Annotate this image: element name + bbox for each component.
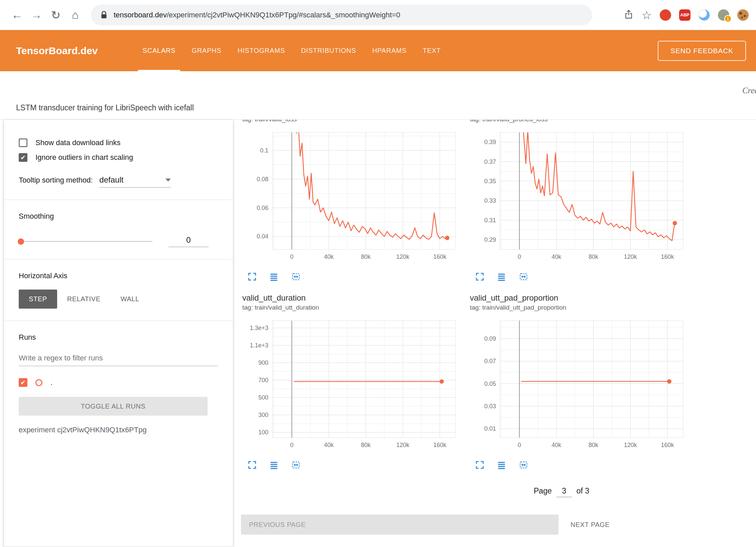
svg-text:0.05: 0.05 [484, 380, 496, 387]
url-path: /experiment/cj2vtPiwQHKN9Q1tx6PTpg/#scal… [167, 11, 400, 19]
fullscreen-button[interactable] [248, 272, 257, 282]
fullscreen-button[interactable] [475, 272, 484, 282]
svg-text:120k: 120k [624, 253, 637, 260]
ignore-outliers-checkbox[interactable] [19, 153, 27, 162]
view-runs-button[interactable] [497, 460, 506, 470]
tab-graphs[interactable]: GRAPHS [183, 30, 229, 71]
tooltip-sorting-select[interactable]: default [99, 175, 171, 188]
url-bar[interactable]: tensorboard.dev/experiment/cj2vtPiwQHKN9… [91, 5, 592, 25]
abp-extension-icon[interactable]: ABP [679, 9, 690, 21]
next-page-button[interactable]: NEXT PAGE [571, 521, 610, 529]
fullscreen-icon [248, 272, 257, 282]
nav-tabs: SCALARS GRAPHS HISTOGRAMS DISTRIBUTIONS … [135, 30, 449, 71]
settings-sidebar: Show data download links Ignore outliers… [4, 120, 233, 547]
chart-actions [248, 458, 463, 473]
toggle-all-runs-button[interactable]: TOGGLE ALL RUNS [19, 397, 208, 416]
svg-text:900: 900 [258, 359, 268, 366]
show-download-links-checkbox[interactable] [19, 138, 27, 147]
smoothing-slider-thumb[interactable] [18, 238, 24, 245]
browser-chrome: ← → ↻ ⌂ tensorboard.dev/experiment/cj2vt… [0, 0, 756, 30]
notification-badge: 1 [724, 15, 732, 22]
fit-domain-button[interactable] [519, 460, 528, 470]
svg-text:0.35: 0.35 [484, 178, 496, 185]
adblock-extension-icon[interactable] [660, 9, 671, 21]
chart-plot[interactable]: 040k80k120k160k1003005007009001.1e+31.3e… [242, 312, 463, 458]
url-host: tensorboard.dev [114, 11, 167, 19]
chart-card: valid_pruned_loss tag: train/valid_prune… [470, 120, 690, 285]
page-number-input[interactable] [556, 486, 572, 497]
svg-text:100: 100 [258, 429, 268, 436]
lines-icon [497, 272, 506, 282]
page-label: Page [534, 486, 552, 496]
svg-text:0.08: 0.08 [257, 176, 268, 183]
svg-text:0.1: 0.1 [260, 147, 268, 154]
previous-page-button[interactable]: PREVIOUS PAGE [241, 515, 558, 535]
view-runs-button[interactable] [269, 272, 278, 282]
chart-plot[interactable]: 040k80k120k160k0.010.030.050.070.09 [470, 312, 690, 458]
svg-text:0: 0 [518, 442, 521, 448]
app-logo: TensorBoard.dev [0, 45, 98, 57]
svg-text:0.07: 0.07 [484, 358, 496, 364]
run-row: . [19, 378, 218, 387]
smoothing-value-input[interactable] [168, 235, 209, 247]
page-of-label: of 3 [577, 486, 589, 496]
svg-text:700: 700 [258, 377, 268, 384]
tab-text[interactable]: TEXT [415, 30, 449, 71]
svg-text:0: 0 [290, 253, 293, 260]
send-feedback-button[interactable]: SEND FEEDBACK [658, 41, 746, 61]
svg-text:300: 300 [258, 412, 268, 418]
fullscreen-button[interactable] [475, 460, 484, 470]
svg-text:120k: 120k [396, 442, 410, 448]
tab-distributions[interactable]: DISTRIBUTIONS [293, 30, 364, 71]
svg-text:1.1e+3: 1.1e+3 [250, 342, 268, 349]
view-runs-button[interactable] [269, 460, 278, 470]
runs-filter-input[interactable] [19, 350, 218, 366]
svg-text:120k: 120k [396, 253, 410, 260]
cookie-extension-icon[interactable] [737, 9, 749, 21]
fit-domain-icon [519, 460, 528, 470]
bookmark-star-icon[interactable]: ☆ [642, 8, 652, 22]
fullscreen-icon [248, 460, 257, 470]
tab-hparams[interactable]: HPARAMS [364, 30, 415, 71]
run-checkbox[interactable] [19, 378, 27, 387]
svg-text:0.06: 0.06 [257, 205, 268, 211]
axis-relative-button[interactable]: RELATIVE [57, 290, 111, 309]
experiment-subheader: Crea LSTM transducer training for LibriS… [0, 71, 756, 120]
chevron-down-icon [165, 179, 171, 182]
fullscreen-icon [475, 460, 484, 470]
fit-domain-button[interactable] [519, 272, 528, 282]
svg-text:160k: 160k [661, 253, 674, 260]
svg-text:160k: 160k [661, 442, 674, 448]
divider [4, 259, 233, 259]
svg-text:120k: 120k [624, 442, 637, 448]
reload-icon[interactable]: ↻ [46, 5, 66, 25]
svg-text:0.04: 0.04 [257, 233, 268, 240]
tab-scalars[interactable]: SCALARS [135, 30, 184, 71]
forward-icon[interactable]: → [27, 5, 46, 25]
blue-extension-icon[interactable] [699, 9, 710, 21]
experiment-title: LSTM transducer training for LibriSpeech… [16, 103, 194, 112]
pager-buttons: PREVIOUS PAGE NEXT PAGE [241, 515, 756, 535]
home-icon[interactable]: ⌂ [66, 5, 85, 25]
svg-text:40k: 40k [551, 442, 561, 448]
pagination: Page of 3 [534, 486, 756, 497]
back-icon[interactable]: ← [7, 5, 27, 25]
svg-text:160k: 160k [433, 253, 447, 260]
show-download-links-label: Show data download links [35, 138, 120, 147]
tooltip-sorting-label: Tooltip sorting method: [19, 176, 93, 185]
fullscreen-button[interactable] [248, 460, 257, 470]
fit-domain-button[interactable] [291, 460, 301, 470]
run-color-swatch-icon [35, 379, 42, 386]
axis-step-button[interactable]: STEP [19, 290, 57, 309]
share-icon[interactable] [624, 9, 634, 21]
notification-extension-icon[interactable]: 1 [718, 9, 729, 21]
chart-title: valid_utt_duration [242, 293, 463, 303]
fit-domain-button[interactable] [291, 272, 301, 282]
smoothing-slider[interactable] [19, 241, 152, 242]
chart-plot[interactable]: 040k80k120k160k0.040.060.080.1 [242, 124, 463, 269]
view-runs-button[interactable] [497, 272, 506, 282]
tab-histograms[interactable]: HISTOGRAMS [230, 30, 293, 71]
created-text: Crea [742, 86, 756, 95]
chart-plot[interactable]: 040k80k120k160k0.290.310.330.350.370.39 [470, 124, 690, 269]
axis-wall-button[interactable]: WALL [111, 290, 149, 309]
